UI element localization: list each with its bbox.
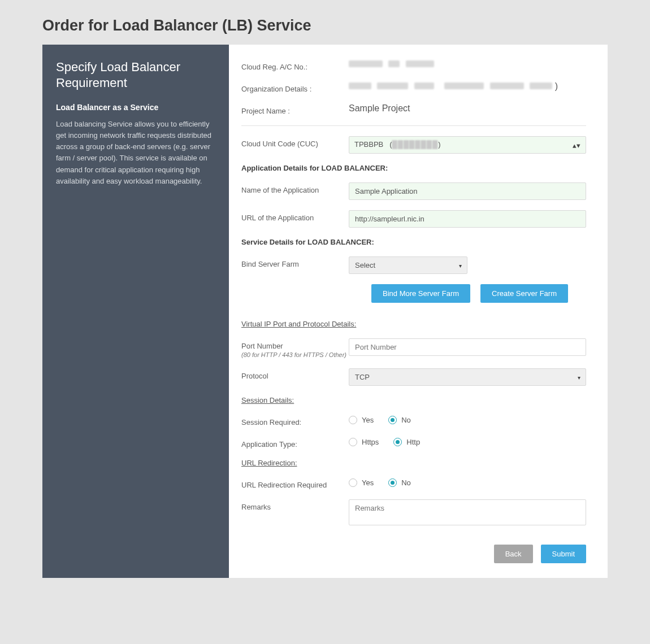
sidebar-sub-heading: Load Balancer as a Service <box>56 103 215 112</box>
label-session-req: Session Required: <box>241 415 349 427</box>
sidebar: Specify Load Balancer Requirement Load B… <box>42 45 229 578</box>
cuc-select[interactable] <box>349 136 586 154</box>
apptype-https-radio[interactable]: Https <box>349 438 379 446</box>
container: Specify Load Balancer Requirement Load B… <box>42 45 608 578</box>
session-yes-radio[interactable]: Yes <box>349 416 374 424</box>
label-cuc: Cloud Unit Code (CUC) <box>241 136 349 148</box>
create-farm-button[interactable]: Create Server Farm <box>480 284 568 303</box>
label-remarks: Remarks <box>241 499 349 511</box>
apptype-http-radio[interactable]: Http <box>393 438 420 446</box>
submit-button[interactable]: Submit <box>541 545 586 563</box>
section-vip: Virtual IP Port and Protocol Details: <box>241 320 586 328</box>
row-port: Port Number (80 for HTTP / 443 for HTTPS… <box>241 338 586 358</box>
label-app-url: URL of the Application <box>241 210 349 222</box>
main-form: Cloud Reg. A/C No.: Organization Details… <box>229 45 608 578</box>
port-hint: (80 for HTTP / 443 for HTTPS / Other) <box>241 351 349 358</box>
section-session: Session Details: <box>241 396 586 404</box>
section-url-redir: URL Redirection: <box>241 459 586 467</box>
label-project: Project Name : <box>241 103 349 115</box>
label-cloud-reg: Cloud Reg. A/C No.: <box>241 59 349 71</box>
row-cloud-reg: Cloud Reg. A/C No.: <box>241 59 586 71</box>
app-url-input[interactable] <box>349 210 586 228</box>
row-app-name: Name of the Application <box>241 182 586 200</box>
urlredir-yes-radio[interactable]: Yes <box>349 478 374 487</box>
bind-farm-select[interactable]: Select <box>349 256 467 274</box>
label-protocol: Protocol <box>241 368 349 380</box>
row-app-type: Application Type: Https Http <box>241 437 586 449</box>
row-session-req: Session Required: Yes No <box>241 415 586 427</box>
row-org: Organization Details : ) <box>241 81 586 93</box>
row-protocol: Protocol TCP ▾ <box>241 368 586 386</box>
row-bind-farm: Bind Server Farm Select ▾ <box>241 256 586 274</box>
app-name-input[interactable] <box>349 182 586 200</box>
footer-buttons: Back Submit <box>241 545 586 563</box>
row-app-url: URL of the Application <box>241 210 586 228</box>
label-url-redir: URL Redirection Required <box>241 477 349 489</box>
section-svc-details: Service Details for LOAD BALANCER: <box>241 238 586 246</box>
protocol-select[interactable]: TCP <box>349 368 586 386</box>
label-app-name: Name of the Application <box>241 182 349 194</box>
value-cloud-reg <box>349 59 586 69</box>
label-port: Port Number (80 for HTTP / 443 for HTTPS… <box>241 338 349 358</box>
back-button[interactable]: Back <box>494 545 533 563</box>
row-cuc: Cloud Unit Code (CUC) ▴▾ TPBBPB (███████… <box>241 136 586 154</box>
urlredir-no-radio[interactable]: No <box>388 478 411 487</box>
label-app-type: Application Type: <box>241 437 349 449</box>
bind-more-button[interactable]: Bind More Server Farm <box>371 284 470 303</box>
sidebar-heading: Specify Load Balancer Requirement <box>56 59 215 90</box>
value-org: ) <box>349 81 586 92</box>
row-url-redir: URL Redirection Required Yes No <box>241 477 586 489</box>
sidebar-description: Load balancing Service allows you to eff… <box>56 119 215 187</box>
page-title: Order for Load Balancer (LB) Service <box>42 17 608 34</box>
label-bind-farm: Bind Server Farm <box>241 256 349 268</box>
section-app-details: Application Details for LOAD BALANCER: <box>241 164 586 172</box>
label-org: Organization Details : <box>241 81 349 93</box>
port-input[interactable] <box>349 338 586 356</box>
farm-button-row: Bind More Server Farm Create Server Farm <box>371 284 586 303</box>
separator <box>241 125 586 126</box>
remarks-textarea[interactable] <box>349 499 586 525</box>
value-project: Sample Project <box>349 103 586 114</box>
session-no-radio[interactable]: No <box>388 416 411 424</box>
row-project: Project Name : Sample Project <box>241 103 586 115</box>
row-remarks: Remarks <box>241 499 586 528</box>
